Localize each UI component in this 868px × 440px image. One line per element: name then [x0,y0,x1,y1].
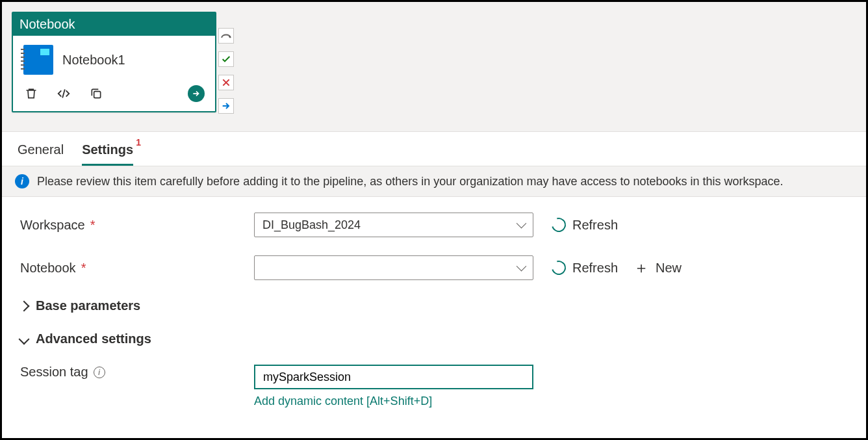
delete-icon[interactable] [23,86,39,101]
run-arrow-icon[interactable] [188,85,205,102]
required-asterisk: * [90,218,96,233]
advanced-settings-toggle[interactable]: Advanced settings [20,331,848,346]
workspace-label-text: Workspace [20,218,85,233]
required-asterisk: * [81,261,86,276]
copy-icon[interactable] [88,86,104,101]
plus-icon: ＋ [633,260,649,276]
deactivate-icon[interactable] [218,28,234,44]
node-side-actions [218,28,234,114]
notebook-new-button[interactable]: ＋ New [633,260,682,276]
property-tabs: General Settings 1 [2,132,866,166]
svg-rect-0 [94,92,101,98]
node-title[interactable]: Notebook1 [62,53,125,68]
base-parameters-label: Base parameters [36,298,140,313]
pipeline-canvas[interactable]: Notebook Notebook1 [2,2,866,132]
workspace-label: Workspace * [20,218,254,233]
base-parameters-toggle[interactable]: Base parameters [20,298,848,313]
code-icon[interactable] [56,86,71,101]
tab-settings[interactable]: Settings 1 [82,142,133,166]
info-icon: i [15,174,29,188]
workspace-select-value: DI_BugBash_2024 [262,218,361,232]
notebook-activity-node[interactable]: Notebook Notebook1 [12,12,216,112]
notebook-refresh-label: Refresh [572,261,618,276]
tab-general[interactable]: General [18,142,64,166]
refresh-icon [549,258,568,278]
notebook-icon [23,45,53,75]
add-dynamic-content-link[interactable]: Add dynamic content [Alt+Shift+D] [254,395,533,408]
fail-branch-icon[interactable] [218,75,234,90]
skip-branch-icon[interactable] [218,98,234,114]
notebook-label: Notebook * [20,261,254,276]
notebook-label-text: Notebook [20,261,76,276]
workspace-select[interactable]: DI_BugBash_2024 [254,213,533,237]
session-tag-input[interactable] [254,365,533,389]
session-tag-label-text: Session tag [20,365,88,380]
notebook-select[interactable] [254,255,533,280]
notebook-refresh-button[interactable]: Refresh [552,261,618,276]
info-banner: i Please review this item carefully befo… [2,166,866,197]
chevron-right-icon [19,300,30,311]
success-branch-icon[interactable] [218,51,234,67]
tab-settings-label: Settings [82,142,133,157]
node-header: Notebook [13,13,215,36]
notebook-new-label: New [656,261,682,276]
workspace-refresh-button[interactable]: Refresh [552,218,618,233]
tab-settings-badge: 1 [136,137,141,148]
advanced-settings-label: Advanced settings [36,331,151,346]
chevron-down-icon [19,333,30,344]
info-help-icon[interactable]: i [94,367,105,378]
refresh-icon [549,215,568,235]
session-tag-label: Session tag i [20,365,254,380]
workspace-refresh-label: Refresh [572,218,618,233]
info-banner-text: Please review this item carefully before… [37,175,784,188]
